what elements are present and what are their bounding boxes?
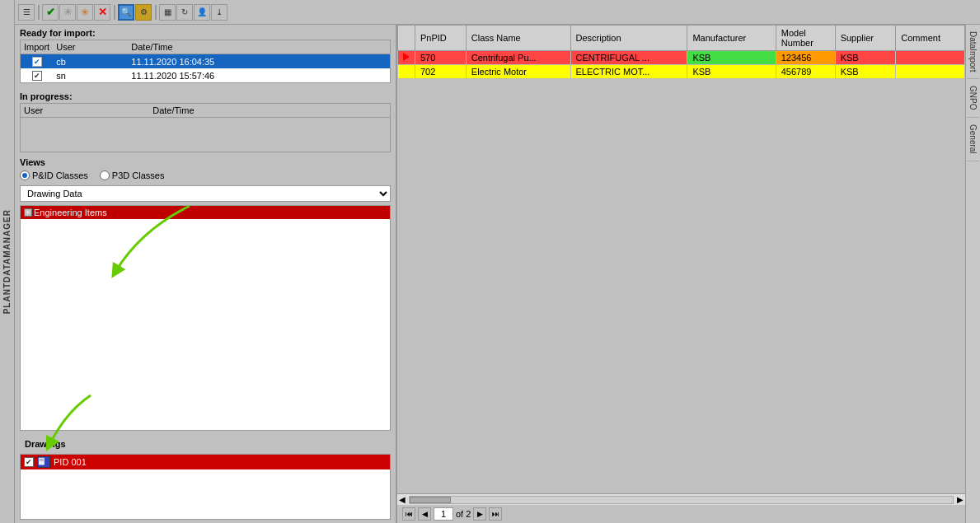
radio-label-p3d: P3D Classes — [112, 170, 165, 180]
col-user-progress: User — [21, 104, 149, 118]
search-icon[interactable]: 🔍 — [118, 4, 134, 21]
tree-expander-engineering[interactable]: + — [24, 208, 32, 217]
table-row[interactable]: ✔ cb 11.11.2020 16:04:35 — [21, 54, 390, 69]
svg-rect-1 — [39, 458, 45, 465]
tab-general[interactable]: General — [967, 118, 979, 161]
drawing-item-pid001[interactable]: ✔ PID 001 — [21, 455, 390, 469]
cell-manufacturer-2: KSB — [687, 65, 776, 79]
pagination-row: ⏮ ◀ of 2 ▶ ⏭ — [397, 505, 965, 523]
person-icon[interactable]: 👤 — [194, 4, 210, 21]
toolbar: ☰ ✔ ✳ ✳ ✕ 🔍 ⚙ ▦ ↻ 👤 ⤓ — [15, 0, 980, 25]
drawing-label-pid001: PID 001 — [54, 457, 87, 467]
tab-dataimport[interactable]: DataImport — [967, 25, 979, 79]
datetime-cell-1: 11.11.2020 16:04:35 — [128, 54, 390, 69]
views-section: Views P&ID Classes P3D Classes — [15, 152, 396, 185]
import-checkbox-1[interactable]: ✔ — [21, 54, 53, 69]
app-label: PLANTDATAMANAGER — [2, 209, 12, 314]
col-header-pnpid: PnPID — [415, 26, 467, 51]
drawing-icon-pid001 — [37, 456, 50, 468]
drawings-section: Drawings — [15, 432, 396, 452]
radio-dot-pid — [20, 170, 30, 180]
cell-description-2: ELECTRIC MOT... — [570, 65, 687, 79]
ready-for-import-header: Ready for import: — [15, 25, 396, 40]
radio-p3d-classes[interactable]: P3D Classes — [100, 170, 165, 180]
in-progress-table: User Date/Time — [21, 104, 390, 118]
in-progress-header: In progress: — [15, 88, 396, 103]
page-input[interactable] — [434, 507, 453, 521]
page-last-btn[interactable]: ⏭ — [489, 507, 502, 521]
cell-comment-2 — [896, 65, 965, 79]
import-checkbox-2[interactable]: ✔ — [21, 68, 53, 82]
tree-item-label-engineering: Engineering Items — [34, 208, 107, 217]
radio-pid-classes[interactable]: P&ID Classes — [20, 170, 88, 180]
data-table-container: PnPID Class Name Description Manufacture… — [397, 25, 965, 523]
table-row[interactable]: 570 Centrifugal Pu... CENTRIFUGAL ... KS… — [398, 51, 965, 65]
check-icon[interactable]: ✔ — [42, 4, 59, 21]
drawing-checkbox-pid001[interactable]: ✔ — [24, 457, 34, 467]
cell-description-1: CENTRIFUGAL ... — [570, 51, 687, 65]
tree-container[interactable]: + Engineering Items — [20, 205, 391, 431]
toolbar-separator-1 — [38, 5, 40, 20]
cell-supplier-1: KSB — [835, 51, 896, 65]
gear-icon[interactable]: ⚙ — [135, 4, 152, 21]
left-sidebar: PLANTDATAMANAGER — [0, 0, 15, 523]
page-first-btn[interactable]: ⏮ — [402, 507, 415, 521]
radio-label-pid: P&ID Classes — [32, 170, 88, 180]
col-header-description: Description — [570, 26, 687, 51]
cell-manufacturer-1: KSB — [687, 51, 776, 65]
user-cell-1: cb — [53, 54, 128, 69]
asterisk-icon[interactable]: ✳ — [59, 4, 76, 21]
col-import: Import — [21, 40, 53, 54]
scroll-left-btn[interactable]: ◀ — [397, 495, 407, 504]
col-header-classname: Class Name — [466, 26, 570, 51]
export-icon[interactable]: ⤓ — [211, 4, 227, 21]
page-prev-btn[interactable]: ◀ — [418, 507, 431, 521]
views-radio-group: P&ID Classes P3D Classes — [20, 169, 391, 184]
user-cell-2: sn — [53, 68, 128, 82]
table-footer: ◀ ▶ ⏮ ◀ of 2 ▶ ⏭ — [397, 493, 965, 523]
data-table-wrapper[interactable]: PnPID Class Name Description Manufacture… — [397, 25, 965, 493]
tree-item-engineering[interactable]: + Engineering Items — [21, 206, 390, 219]
scrollbar-track[interactable] — [409, 496, 954, 504]
page-next-btn[interactable]: ▶ — [473, 507, 486, 521]
col-datetime: Date/Time — [128, 40, 390, 54]
drawings-container[interactable]: ✔ PID 001 — [20, 454, 391, 520]
col-datetime-progress: Date/Time — [149, 104, 390, 118]
cell-pnpid-1: 570 — [415, 51, 467, 65]
cell-classname-1: Centrifugal Pu... — [466, 51, 570, 65]
tab-gnpo[interactable]: GNPO — [967, 79, 979, 117]
scrollbar-thumb[interactable] — [410, 497, 451, 503]
right-sidebar: DataImport GNPO General — [965, 25, 980, 523]
cell-supplier-2: KSB — [835, 65, 896, 79]
datetime-cell-2: 11.11.2020 15:57:46 — [128, 68, 390, 82]
col-header-indicator — [398, 26, 415, 51]
cell-comment-1 — [896, 51, 965, 65]
x-icon[interactable]: ✕ — [94, 4, 110, 21]
row-indicator-2 — [398, 65, 415, 79]
hamburger-icon[interactable]: ☰ — [18, 4, 35, 21]
horizontal-scrollbar[interactable]: ◀ ▶ — [397, 493, 965, 505]
cell-pnpid-2: 702 — [415, 65, 467, 79]
left-panel: Ready for import: Import User Date/Time — [15, 25, 397, 523]
drawing-data-dropdown[interactable]: Drawing Data — [20, 185, 391, 202]
page-of-text: of 2 — [456, 509, 471, 519]
col-header-manufacturer: Manufacturer — [687, 26, 776, 51]
table-row[interactable]: 702 Electric Motor ELECTRIC MOT... KSB 4… — [398, 65, 965, 79]
cross-asterisk-icon[interactable]: ✳ — [77, 4, 93, 21]
toolbar-separator-2 — [114, 5, 115, 20]
cell-modelnumber-1: 123456 — [776, 51, 835, 65]
columns-icon[interactable]: ▦ — [159, 4, 176, 21]
col-user: User — [53, 40, 128, 54]
views-header: Views — [20, 156, 391, 169]
main-content: ☰ ✔ ✳ ✳ ✕ 🔍 ⚙ ▦ ↻ 👤 ⤓ Ready for import: … — [15, 0, 980, 523]
right-panel: PnPID Class Name Description Manufacture… — [397, 25, 965, 523]
table-row[interactable]: ✔ sn 11.11.2020 15:57:46 — [21, 68, 390, 82]
body-split: Ready for import: Import User Date/Time — [15, 25, 980, 523]
import-table: Import User Date/Time ✔ cb 11.11.2020 16… — [21, 40, 390, 82]
refresh-icon[interactable]: ↻ — [176, 4, 193, 21]
col-header-comment: Comment — [896, 26, 965, 51]
data-table: PnPID Class Name Description Manufacture… — [397, 25, 965, 79]
cell-modelnumber-2: 456789 — [776, 65, 835, 79]
scroll-right-btn[interactable]: ▶ — [955, 495, 965, 504]
row-indicator-1 — [398, 51, 415, 65]
